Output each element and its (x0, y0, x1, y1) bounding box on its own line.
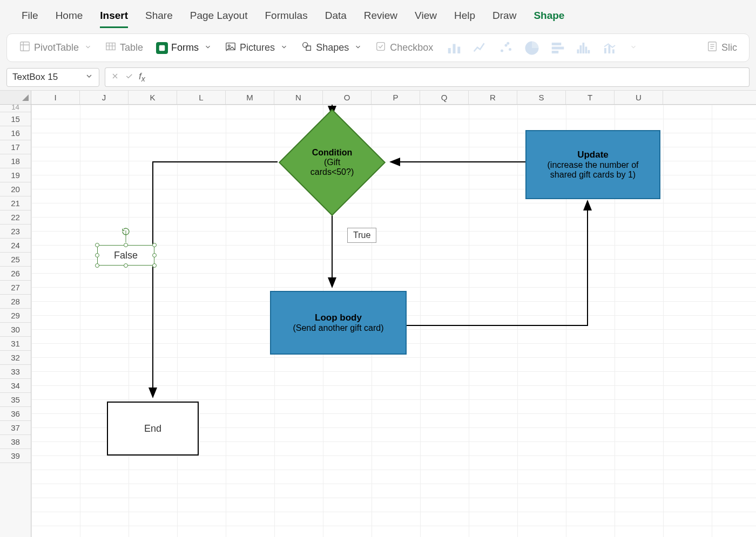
forms-button[interactable]: Forms (151, 40, 217, 56)
enter-icon[interactable] (125, 72, 133, 83)
col-header[interactable]: P (372, 91, 420, 104)
row-header[interactable]: 28 (0, 295, 31, 309)
row-header[interactable]: 22 (0, 210, 31, 225)
menu-share[interactable]: Share (137, 5, 181, 26)
menu-data[interactable]: Data (316, 5, 355, 26)
col-header[interactable]: N (274, 91, 323, 104)
condition-title: Condition (312, 148, 353, 158)
svg-point-12 (505, 44, 508, 46)
row-header[interactable]: 19 (0, 168, 31, 182)
update-text: shared gift cards by 1) (550, 170, 636, 180)
row-header[interactable]: 32 (0, 351, 31, 365)
col-header[interactable]: L (177, 91, 226, 104)
chart-icons-group (446, 42, 637, 55)
forms-label: Forms (171, 42, 199, 53)
bar-chart-icon[interactable] (446, 42, 462, 55)
menu-review[interactable]: Review (355, 5, 406, 26)
row-header[interactable]: 21 (0, 196, 31, 210)
row-header[interactable]: 16 (0, 126, 31, 140)
col-header[interactable]: O (323, 91, 372, 104)
menu-page-layout[interactable]: Page Layout (181, 5, 256, 26)
row-header[interactable]: 35 (0, 393, 31, 407)
col-header[interactable]: M (226, 91, 274, 104)
col-header[interactable]: U (615, 91, 663, 104)
menu-view[interactable]: View (406, 5, 446, 26)
row-header[interactable]: 25 (0, 253, 31, 267)
row-header[interactable]: 18 (0, 154, 31, 168)
row-header[interactable]: 20 (0, 182, 31, 196)
col-header[interactable]: I (31, 91, 80, 104)
slicer-button[interactable]: Slic (701, 38, 742, 57)
pictures-label: Pictures (240, 42, 275, 53)
menu-shape[interactable]: Shape (525, 5, 573, 26)
shapes-button[interactable]: Shapes (295, 38, 367, 57)
row-header[interactable]: 26 (0, 267, 31, 281)
shapes-icon (301, 40, 313, 55)
pictures-button[interactable]: Pictures (219, 38, 293, 57)
col-header[interactable]: Q (420, 91, 469, 104)
row-header[interactable]: 17 (0, 140, 31, 154)
pivottable-button[interactable]: PivotTable (14, 38, 97, 57)
row-header[interactable]: 15 (0, 112, 31, 126)
fx-icon[interactable]: fx (139, 71, 145, 83)
true-label[interactable]: True (347, 228, 376, 243)
menu-help[interactable]: Help (446, 5, 484, 26)
table-button[interactable]: Table (99, 38, 148, 57)
menu-home[interactable]: Home (47, 5, 92, 26)
menu-formulas[interactable]: Formulas (256, 5, 316, 26)
row-header[interactable]: 34 (0, 379, 31, 393)
condition-shape[interactable]: Condition (Gift cards<50?) (278, 111, 386, 214)
menu-file[interactable]: File (13, 5, 47, 26)
forms-icon (156, 42, 168, 54)
col-header[interactable]: K (129, 91, 177, 104)
row-header[interactable]: 14 (0, 105, 31, 112)
svg-rect-20 (583, 43, 585, 53)
cancel-icon[interactable] (111, 72, 119, 83)
menu-insert[interactable]: Insert (91, 5, 137, 26)
pivottable-label: PivotTable (34, 42, 79, 53)
pie-chart-icon[interactable] (524, 42, 540, 55)
row-header[interactable]: 36 (0, 407, 31, 421)
svg-rect-17 (552, 51, 559, 53)
row-header[interactable]: 33 (0, 365, 31, 379)
svg-rect-0 (21, 42, 30, 51)
svg-rect-1 (106, 43, 116, 50)
row-header[interactable]: 38 (0, 435, 31, 449)
row-header[interactable]: 31 (0, 337, 31, 351)
row-header[interactable]: 27 (0, 281, 31, 295)
row-header[interactable]: 30 (0, 323, 31, 337)
hbar-chart-icon[interactable] (550, 42, 566, 55)
false-label-text: False (114, 250, 138, 261)
col-header[interactable]: S (517, 91, 566, 104)
col-header[interactable]: R (469, 91, 517, 104)
formula-input[interactable] (151, 67, 750, 87)
slicer-icon (706, 40, 718, 55)
histogram-icon[interactable] (576, 42, 592, 55)
row-header[interactable]: 39 (0, 449, 31, 463)
checkbox-label: Checkbox (390, 42, 433, 53)
chevron-down-icon[interactable] (630, 42, 637, 53)
row-header[interactable]: 37 (0, 421, 31, 435)
row-header[interactable]: 29 (0, 309, 31, 323)
formula-bar-row: TextBox 15 fx (6, 67, 750, 87)
loop-body-shape[interactable]: Loop body (Send another gift card) (270, 291, 407, 355)
false-textbox-selected[interactable]: False (97, 245, 154, 266)
menu-draw[interactable]: Draw (484, 5, 525, 26)
chevron-down-icon (204, 42, 212, 53)
formula-buttons: fx (105, 67, 151, 87)
scatter-chart-icon[interactable] (498, 42, 514, 55)
row-header[interactable]: 23 (0, 225, 31, 239)
chevron-down-icon (354, 42, 362, 53)
col-header[interactable]: J (80, 91, 129, 104)
update-shape[interactable]: Update (increase the number of shared gi… (525, 130, 660, 199)
combo-chart-icon[interactable] (602, 42, 618, 55)
end-shape[interactable]: End (107, 402, 199, 456)
select-all-corner[interactable] (0, 91, 31, 104)
name-box[interactable]: TextBox 15 (6, 68, 99, 87)
row-header[interactable]: 24 (0, 239, 31, 253)
ribbon-toolbar: PivotTable Table Forms Pictures (6, 33, 750, 62)
checkbox-button[interactable]: Checkbox (369, 38, 438, 57)
svg-rect-9 (453, 44, 456, 53)
col-header[interactable]: T (566, 91, 615, 104)
line-chart-icon[interactable] (472, 42, 488, 55)
